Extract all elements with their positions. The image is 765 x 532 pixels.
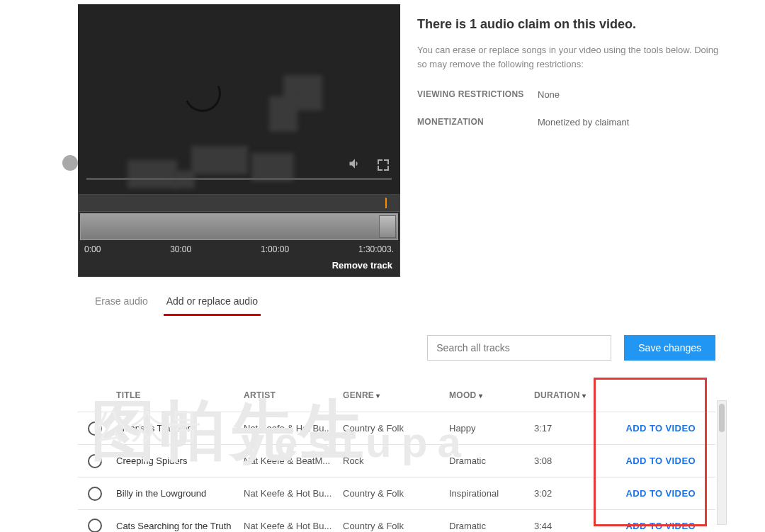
add-to-video-button[interactable]: ADD TO VIDEO xyxy=(626,423,696,434)
add-to-video-button[interactable]: ADD TO VIDEO xyxy=(626,521,696,531)
restrictions-label: VIEWING RESTRICTIONS xyxy=(417,89,538,100)
col-artist[interactable]: ARTIST xyxy=(244,390,343,400)
save-changes-button[interactable]: Save changes xyxy=(624,335,715,361)
audio-tabs: Erase audio Add or replace audio xyxy=(78,277,765,317)
scrollbar-thumb[interactable] xyxy=(719,404,725,432)
tab-erase-audio[interactable]: Erase audio xyxy=(92,290,151,316)
track-mood: Inspirational xyxy=(449,488,534,499)
loading-spinner-icon xyxy=(179,70,227,118)
table-row: Billy in the LowgroundNat Keefe & Hot Bu… xyxy=(78,477,715,509)
video-player[interactable] xyxy=(78,4,400,194)
track-mood: Dramatic xyxy=(449,521,534,531)
audio-track-clip[interactable] xyxy=(80,213,398,240)
row-radio[interactable] xyxy=(88,519,102,532)
volume-icon[interactable] xyxy=(348,157,362,174)
table-row: Arkansas TravelerNat Keefe & Hot Bu...Co… xyxy=(78,412,715,444)
table-header: TITLE ARTIST GENRE MOOD DURATION xyxy=(78,386,715,412)
claim-description: You can erase or replace songs in your v… xyxy=(417,43,722,71)
track-mood: Happy xyxy=(449,423,534,434)
table-scrollbar[interactable] xyxy=(717,400,727,525)
col-mood[interactable]: MOOD xyxy=(449,390,534,400)
track-duration: 3:02 xyxy=(534,488,605,499)
row-radio[interactable] xyxy=(88,421,102,436)
track-title: Arkansas Traveler xyxy=(116,423,244,434)
track-genre: Country & Folk xyxy=(343,488,449,499)
restrictions-value: None xyxy=(538,89,560,100)
track-artist: Nat Keefe & Hot Bu... xyxy=(244,521,343,531)
col-genre[interactable]: GENRE xyxy=(343,390,449,400)
table-row: Cats Searching for the TruthNat Keefe & … xyxy=(78,509,715,532)
timeline-waveform[interactable] xyxy=(79,195,400,212)
track-duration: 3:08 xyxy=(534,455,605,466)
col-title[interactable]: TITLE xyxy=(116,390,244,400)
track-artist: Nat Keefe & Hot Bu... xyxy=(244,488,343,499)
tick-label: 1:00:00 xyxy=(261,244,289,254)
tab-add-replace-audio[interactable]: Add or replace audio xyxy=(164,290,261,316)
progress-bar[interactable] xyxy=(86,178,392,180)
timeline-ticks: 0:00 30:00 1:00:00 1:30:003. xyxy=(79,242,400,257)
tick-label: 0:00 xyxy=(84,244,101,254)
track-title: Creeping Spiders xyxy=(116,455,244,466)
player-controls xyxy=(78,157,400,190)
remove-track-button[interactable]: Remove track xyxy=(79,257,400,276)
fullscreen-icon[interactable] xyxy=(378,159,389,174)
claim-title: There is 1 audio claim on this video. xyxy=(417,17,722,32)
row-radio[interactable] xyxy=(88,487,102,501)
table-row: Creeping SpidersNat Keefe & BeatM...Rock… xyxy=(78,444,715,477)
monetization-value: Monetized by claimant xyxy=(538,117,629,128)
tick-label: 1:30:003. xyxy=(358,244,394,254)
audio-timeline: 0:00 30:00 1:00:00 1:30:003. Remove trac… xyxy=(78,194,400,277)
track-artist: Nat Keefe & Hot Bu... xyxy=(244,423,343,434)
search-input[interactable] xyxy=(427,335,611,361)
track-mood: Dramatic xyxy=(449,455,534,466)
track-duration: 3:44 xyxy=(534,521,605,531)
timeline-marker[interactable] xyxy=(385,198,387,208)
tick-label: 30:00 xyxy=(170,244,191,254)
add-to-video-button[interactable]: ADD TO VIDEO xyxy=(626,488,696,499)
monetization-label: MONETIZATION xyxy=(417,117,538,128)
track-genre: Country & Folk xyxy=(343,521,449,531)
scrub-handle[interactable] xyxy=(62,155,78,171)
row-radio[interactable] xyxy=(88,454,102,468)
track-title: Cats Searching for the Truth xyxy=(116,521,244,531)
track-genre: Country & Folk xyxy=(343,423,449,434)
track-title: Billy in the Lowground xyxy=(116,488,244,499)
col-duration[interactable]: DURATION xyxy=(534,390,605,400)
track-artist: Nat Keefe & BeatM... xyxy=(244,455,343,466)
track-genre: Rock xyxy=(343,455,449,466)
add-to-video-button[interactable]: ADD TO VIDEO xyxy=(626,455,696,466)
clip-trim-handle[interactable] xyxy=(379,215,396,238)
track-duration: 3:17 xyxy=(534,423,605,434)
